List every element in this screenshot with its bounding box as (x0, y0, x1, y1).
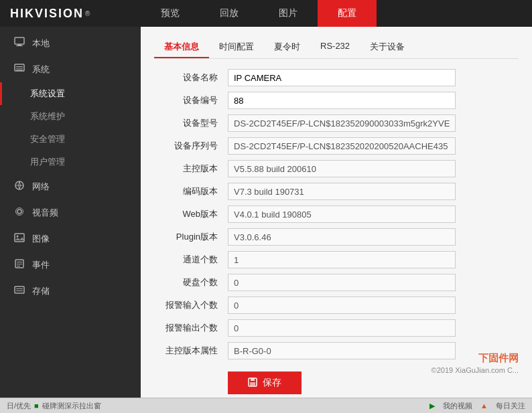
audio-icon (13, 206, 25, 219)
svg-rect-2 (16, 46, 23, 46)
content-area: 基本信息 时间配置 夏令时 RS-232 关于设备 设备名称 设备编号 设备型号… (141, 27, 532, 398)
sidebar-item-event[interactable]: 事件 (0, 252, 141, 278)
svg-rect-5 (16, 68, 23, 69)
label-plugin: Plugin版本 (154, 231, 228, 243)
input-web-version (228, 205, 456, 223)
form-row-main-version: 主控版本 (154, 160, 519, 177)
form-row-hdd: 硬盘个数 (154, 274, 519, 291)
form-row-web-version: Web版本 (154, 205, 519, 223)
input-alarm-in (228, 297, 456, 314)
status-left: 日/优先 (7, 401, 31, 411)
sidebar-sub-system-settings[interactable]: 系统设置 (0, 82, 141, 105)
svg-rect-18 (16, 288, 23, 289)
label-main-version: 主控版本 (154, 163, 228, 175)
network-icon (13, 180, 25, 193)
svg-rect-17 (15, 286, 24, 293)
monitor-icon (13, 37, 25, 50)
tab-about[interactable]: 关于设备 (360, 37, 415, 58)
nav-playback[interactable]: 回放 (200, 0, 259, 27)
status-daily[interactable]: 每日关注 (496, 401, 525, 411)
input-device-num[interactable] (228, 92, 456, 109)
nav-preview[interactable]: 预览 (141, 0, 200, 27)
save-icon (248, 378, 257, 389)
svg-point-12 (17, 236, 19, 238)
tab-basic-info[interactable]: 基本信息 (154, 37, 209, 58)
label-device-name: 设备名称 (154, 72, 228, 84)
label-main-attr: 主控版本属性 (154, 345, 228, 357)
form-row-serial: 设备序列号 (154, 137, 519, 155)
status-bar: 日/优先 ■ 碰牌测深示拉出窗 ▶ 我的视频 ▲ 每日关注 (0, 398, 532, 413)
input-hdd (228, 274, 456, 291)
input-serial (228, 137, 456, 155)
image-icon (13, 232, 25, 245)
sidebar-sub-users[interactable]: 用户管理 (0, 151, 141, 173)
input-plugin (228, 228, 456, 246)
input-main-attr (228, 342, 456, 359)
logo-area: HIKVISION ® (0, 7, 141, 21)
form-container: 设备名称 设备编号 设备型号 设备序列号 主控版本 编码版本 (154, 69, 519, 359)
sidebar-sub-security[interactable]: 安全管理 (0, 128, 141, 151)
form-row-device-model: 设备型号 (154, 114, 519, 132)
form-row-device-name: 设备名称 (154, 69, 519, 86)
svg-rect-0 (15, 37, 24, 44)
svg-rect-15 (17, 264, 22, 264)
label-encode-version: 编码版本 (154, 185, 228, 197)
label-alarm-in: 报警输入个数 (154, 299, 228, 311)
svg-rect-22 (250, 382, 255, 386)
sidebar: 本地 系统 系统设置 系统维护 安全管理 用户管理 网络 视音频 (0, 27, 141, 398)
status-arrow-up: ▲ (480, 402, 488, 410)
nav-picture[interactable]: 图片 (259, 0, 318, 27)
watermark-line2: ©2019 XiaGuJian.com C... (431, 366, 519, 374)
nav-bar: 预览 回放 图片 配置 (141, 0, 532, 27)
label-device-num: 设备编号 (154, 94, 228, 106)
save-button[interactable]: 保存 (228, 371, 302, 394)
input-alarm-out (228, 319, 456, 337)
input-device-model (228, 114, 456, 132)
save-label: 保存 (263, 377, 281, 389)
nav-config[interactable]: 配置 (318, 0, 377, 27)
system-icon (13, 63, 25, 76)
input-main-version (228, 160, 456, 177)
label-web-version: Web版本 (154, 208, 228, 220)
sidebar-item-av[interactable]: 视音频 (0, 199, 141, 226)
sidebar-label-storage: 存储 (32, 285, 50, 297)
label-device-model: 设备型号 (154, 117, 228, 129)
sidebar-item-network[interactable]: 网络 (0, 173, 141, 199)
sidebar-sub-system-maintenance[interactable]: 系统维护 (0, 105, 141, 128)
sidebar-item-local[interactable]: 本地 (0, 30, 141, 56)
input-device-name[interactable] (228, 69, 456, 86)
sidebar-label-av: 视音频 (32, 207, 58, 219)
svg-rect-14 (17, 262, 22, 262)
sidebar-item-system[interactable]: 系统 (0, 56, 141, 82)
label-alarm-out: 报警输出个数 (154, 322, 228, 334)
label-channels: 通道个数 (154, 254, 228, 266)
status-indicator: ■ (34, 402, 39, 410)
input-channels (228, 251, 456, 268)
status-middle: 碰牌测深示拉出窗 (42, 401, 101, 411)
sidebar-label-event: 事件 (32, 259, 50, 271)
svg-rect-21 (251, 378, 255, 381)
main-layout: 本地 系统 系统设置 系统维护 安全管理 用户管理 网络 视音频 (0, 27, 532, 398)
tabs-bar: 基本信息 时间配置 夏令时 RS-232 关于设备 (154, 37, 519, 59)
label-serial: 设备序列号 (154, 140, 228, 152)
svg-rect-11 (15, 234, 24, 242)
tab-time-config[interactable]: 时间配置 (209, 37, 264, 58)
status-right: ▶ 我的视频 ▲ 每日关注 (429, 401, 525, 411)
form-row-device-num: 设备编号 (154, 92, 519, 109)
svg-point-9 (17, 210, 21, 214)
tab-rs232[interactable]: RS-232 (310, 37, 360, 58)
sidebar-label-local: 本地 (32, 37, 50, 50)
sidebar-label-network: 网络 (32, 181, 50, 193)
save-area: 保存 (154, 371, 519, 394)
sidebar-item-image[interactable]: 图像 (0, 226, 141, 252)
tab-dst[interactable]: 夏令时 (264, 37, 310, 58)
status-indicator-green: ▶ (429, 402, 435, 410)
sidebar-item-storage[interactable]: 存储 (0, 278, 141, 304)
status-my-video[interactable]: 我的视频 (443, 401, 472, 411)
svg-rect-4 (16, 66, 23, 67)
sidebar-label-system: 系统 (32, 64, 50, 76)
form-row-encode-version: 编码版本 (154, 183, 519, 200)
svg-rect-19 (16, 291, 23, 291)
sidebar-label-image: 图像 (32, 233, 50, 245)
input-encode-version (228, 183, 456, 200)
